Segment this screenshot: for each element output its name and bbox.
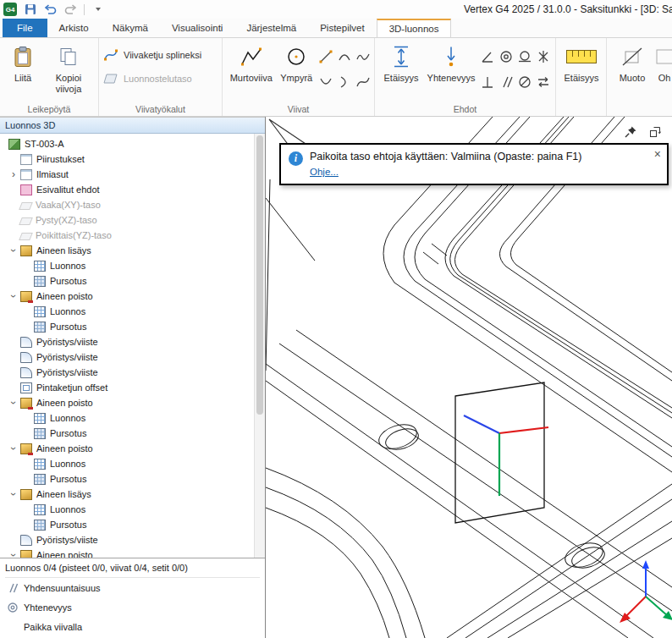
arc-chain-tool-button[interactable] bbox=[355, 48, 372, 65]
tree-item[interactable]: Pintaketjun offset bbox=[0, 380, 254, 395]
partial-button[interactable]: Oh bbox=[654, 41, 672, 84]
group-label-lines: Viivat bbox=[223, 104, 374, 114]
tree-item[interactable]: Pysty(XZ)-taso bbox=[0, 212, 254, 228]
constraint-list-item[interactable]: Yhdensuuntaisuus bbox=[5, 578, 260, 597]
constraint-label: Paikka viivalla bbox=[24, 622, 82, 632]
spline-chain-button[interactable]: Viivaketju splineksi bbox=[102, 47, 201, 63]
3d-viewport[interactable]: i Paikoita taso ehtoja käyttäen: Valmiin… bbox=[266, 117, 672, 638]
sketch-plane-icon bbox=[102, 70, 119, 87]
material-add-icon bbox=[20, 489, 32, 500]
shape-button[interactable]: Muoto bbox=[610, 41, 654, 84]
tab-3d-luonnos[interactable]: 3D-luonnos bbox=[377, 19, 452, 38]
tree-item[interactable]: ST-003-A bbox=[0, 136, 254, 151]
tree-item[interactable]: Luonnos bbox=[0, 502, 254, 517]
tab-pistepilvet[interactable]: Pistepilvet bbox=[308, 19, 376, 37]
fix-constraint-button[interactable] bbox=[535, 48, 552, 65]
sketch-plane-button[interactable]: Luonnostelutaso bbox=[102, 71, 201, 86]
tab-file[interactable]: File bbox=[3, 19, 47, 37]
constraint-list-item[interactable]: Yhtenevyys bbox=[5, 597, 260, 617]
arc-tool-button[interactable] bbox=[336, 48, 353, 65]
s-curve-tool-button[interactable] bbox=[355, 74, 372, 91]
angle-constraint-button[interactable] bbox=[479, 48, 496, 65]
tangent-constraint-button[interactable] bbox=[516, 48, 533, 65]
tree-item[interactable]: Pyöristys/viiste bbox=[0, 349, 254, 365]
swap-arrows-button[interactable] bbox=[535, 74, 552, 91]
tree-item[interactable]: Vaaka(XY)-taso bbox=[0, 197, 254, 212]
tree-item[interactable]: Pyöristys/viiste bbox=[0, 532, 254, 547]
redo-button[interactable] bbox=[63, 3, 78, 17]
plane-icon bbox=[19, 217, 33, 225]
chevron-down-icon[interactable] bbox=[7, 488, 20, 500]
polyline-button[interactable]: Murtoviiva bbox=[226, 41, 276, 84]
chevron-down-icon[interactable] bbox=[7, 549, 20, 558]
tree-item[interactable]: Esivalitut ehdot bbox=[0, 182, 254, 197]
chevron-down-icon[interactable] bbox=[7, 245, 20, 256]
tree-item[interactable]: Poikittais(YZ)-taso bbox=[0, 228, 254, 243]
coincidence-button[interactable]: Yhtenevyys bbox=[424, 41, 478, 84]
tab-nakyma[interactable]: Näkymä bbox=[101, 19, 160, 37]
tree-item[interactable]: Pyöristys/viiste bbox=[0, 334, 254, 349]
qat-customize-button[interactable] bbox=[91, 3, 105, 17]
tree-item[interactable]: Piirustukset bbox=[0, 151, 254, 167]
arc-down-tool-button[interactable] bbox=[317, 74, 334, 91]
group-linetools: Viivaketju splineksi Luonnostelutaso Vii… bbox=[99, 38, 223, 116]
tree-item[interactable]: Pursotus bbox=[0, 426, 254, 441]
help-link[interactable]: Ohje... bbox=[310, 167, 339, 177]
close-icon[interactable]: × bbox=[654, 148, 661, 160]
tree-item[interactable]: Ilmiasut bbox=[0, 167, 254, 182]
tab-visualisointi[interactable]: Visualisointi bbox=[160, 19, 235, 37]
wireframe-canvas[interactable] bbox=[266, 117, 672, 638]
chevron-right-icon[interactable] bbox=[7, 168, 20, 180]
partial-label: Oh bbox=[658, 73, 671, 84]
tree-item[interactable]: Luonnos bbox=[0, 258, 254, 273]
distance-icon bbox=[391, 43, 411, 70]
tree-item[interactable]: Pursotus bbox=[0, 517, 254, 532]
status-tooltip: i Paikoita taso ehtoja käyttäen: Valmiin… bbox=[279, 143, 669, 185]
paste-button[interactable]: Liitä bbox=[3, 41, 42, 84]
tree-item[interactable]: Aineen poisto bbox=[0, 289, 254, 304]
distance-constraint-button[interactable]: Etäisyys bbox=[378, 41, 424, 84]
tree-item[interactable]: Pursotus bbox=[0, 319, 254, 334]
vertical-scrollbar[interactable] bbox=[254, 134, 265, 558]
tree-item[interactable]: Aineen poisto bbox=[0, 395, 254, 410]
perpendicular-constraint-button[interactable] bbox=[479, 74, 496, 91]
line-tool-button[interactable] bbox=[317, 48, 334, 65]
swap-view-button[interactable] bbox=[647, 124, 664, 140]
constraint-label: Yhdensuuntaisuus bbox=[24, 583, 101, 593]
sketch-status-line: Luonnos 0/4 (pisteet 0/0, viivat 0/4, se… bbox=[5, 563, 260, 578]
app-logo[interactable]: G4 bbox=[3, 3, 17, 16]
tab-arkisto[interactable]: Arkisto bbox=[47, 19, 101, 37]
fillet-icon bbox=[20, 337, 32, 348]
constraint-list-item[interactable]: Paikka viivalla bbox=[5, 617, 260, 636]
tree-item[interactable]: Aineen poisto bbox=[0, 547, 254, 558]
group-label-clipboard: Leikepöytä bbox=[0, 104, 98, 114]
scrollbar-thumb[interactable] bbox=[256, 135, 263, 415]
chevron-down-icon[interactable] bbox=[7, 443, 20, 454]
chevron-down-icon[interactable] bbox=[7, 397, 20, 409]
copy-lines-button[interactable]: Kopioi viivoja bbox=[42, 41, 95, 94]
undo-button[interactable] bbox=[43, 3, 58, 17]
tree-item[interactable]: Aineen lisäys bbox=[0, 243, 254, 258]
measure-distance-button[interactable]: Etäisyys bbox=[559, 41, 603, 84]
pin-button[interactable] bbox=[622, 124, 639, 140]
parallel-constraint-button[interactable] bbox=[498, 74, 515, 91]
circle-button[interactable]: Ympyrä bbox=[276, 41, 317, 84]
tree-item[interactable]: Aineen lisäys bbox=[0, 487, 254, 502]
tree-item[interactable]: Pursotus bbox=[0, 273, 254, 289]
tree-item[interactable]: Luonnos bbox=[0, 410, 254, 426]
group-label-constraints: Ehdot bbox=[375, 104, 555, 114]
chevron-down-icon[interactable] bbox=[7, 290, 20, 302]
polyline-label: Murtoviiva bbox=[230, 73, 273, 84]
concentric-constraint-button[interactable] bbox=[498, 48, 515, 65]
circle-label: Ympyrä bbox=[280, 73, 312, 84]
save-button[interactable] bbox=[23, 3, 37, 17]
slash-circle-constraint-button[interactable] bbox=[516, 74, 533, 91]
tree-item[interactable]: Aineen poisto bbox=[0, 441, 254, 456]
tree-item[interactable]: Luonnos bbox=[0, 456, 254, 471]
tree-item[interactable]: Pursotus bbox=[0, 471, 254, 487]
tab-jarjestelma[interactable]: Järjestelmä bbox=[234, 19, 308, 37]
tree-item[interactable]: Luonnos bbox=[0, 304, 254, 319]
arc-side-tool-button[interactable] bbox=[336, 74, 353, 91]
tree-item[interactable]: Pyöristys/viiste bbox=[0, 365, 254, 380]
concentric-icon bbox=[6, 601, 19, 613]
